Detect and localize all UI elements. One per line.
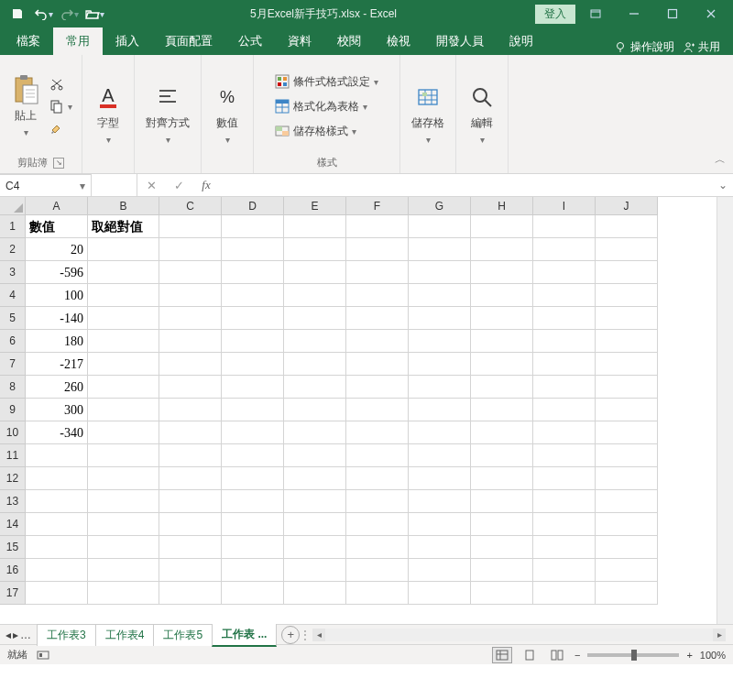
insert-function-button[interactable]: fx xyxy=(192,174,220,196)
sheet-tab[interactable]: 工作表5 xyxy=(153,624,213,646)
horizontal-scrollbar[interactable]: ◂▸ xyxy=(312,629,726,641)
row-header[interactable]: 16 xyxy=(0,559,26,582)
tab-developer[interactable]: 開發人員 xyxy=(423,27,497,55)
cell[interactable]: -217 xyxy=(26,353,88,376)
cells[interactable]: 數值取絕對值 20 -596 100 -140 180 -217 260 300… xyxy=(26,215,717,607)
enter-formula-button[interactable]: ✓ xyxy=(165,174,192,196)
col-header-e[interactable]: E xyxy=(284,197,346,215)
sheet-tab-bar: ◂▸… 工作表3 工作表4 工作表5 工作表 ... + ⋮ ◂▸ xyxy=(0,624,733,644)
row-header[interactable]: 1 xyxy=(0,215,26,238)
save-button[interactable] xyxy=(5,2,29,26)
view-normal-button[interactable] xyxy=(492,647,512,663)
cell[interactable]: 100 xyxy=(26,284,88,307)
view-page-layout-button[interactable] xyxy=(520,647,540,663)
row-header[interactable]: 15 xyxy=(0,536,26,559)
paste-button[interactable]: 貼上▾ xyxy=(7,71,44,141)
collapse-ribbon-button[interactable]: ︿ xyxy=(715,152,726,168)
tell-me-button[interactable]: 操作說明 xyxy=(614,39,674,55)
share-button[interactable]: 共用 xyxy=(682,39,720,55)
editing-button[interactable]: 編輯▾ xyxy=(464,79,500,148)
col-header-j[interactable]: J xyxy=(596,197,658,215)
col-header-b[interactable]: B xyxy=(88,197,159,215)
sheet-nav[interactable]: ◂▸… xyxy=(0,629,37,641)
tab-insert[interactable]: 插入 xyxy=(103,27,152,55)
tab-data[interactable]: 資料 xyxy=(275,27,324,55)
cut-button[interactable] xyxy=(48,75,74,93)
tab-help[interactable]: 說明 xyxy=(497,27,546,55)
col-header-f[interactable]: F xyxy=(346,197,409,215)
sheet-tab[interactable]: 工作表4 xyxy=(95,624,155,646)
zoom-level[interactable]: 100% xyxy=(700,650,726,661)
row-header[interactable]: 9 xyxy=(0,399,26,421)
format-as-table-button[interactable]: 格式化為表格▾ xyxy=(273,97,369,116)
zoom-slider[interactable] xyxy=(587,653,679,657)
col-header-c[interactable]: C xyxy=(159,197,222,215)
sheet-tab[interactable]: 工作表3 xyxy=(37,624,96,646)
format-painter-button[interactable] xyxy=(48,119,74,137)
col-header-g[interactable]: G xyxy=(409,197,471,215)
col-header-d[interactable]: D xyxy=(222,197,284,215)
minimize-button[interactable] xyxy=(616,2,652,26)
row-header[interactable]: 10 xyxy=(0,421,26,444)
title-controls: 登入 xyxy=(535,2,733,26)
cell[interactable]: 取絕對值 xyxy=(88,215,159,238)
new-sheet-button[interactable]: + xyxy=(281,626,300,644)
row-header[interactable]: 2 xyxy=(0,238,26,261)
row-header[interactable]: 13 xyxy=(0,490,26,513)
close-button[interactable] xyxy=(693,2,729,26)
row-header[interactable]: 5 xyxy=(0,307,26,330)
copy-button[interactable]: ▾ xyxy=(48,97,74,115)
cell-styles-button[interactable]: 儲存格樣式▾ xyxy=(273,122,358,141)
row-header[interactable]: 17 xyxy=(0,582,26,605)
vertical-scrollbar[interactable] xyxy=(717,197,733,624)
ribbon-options-button[interactable] xyxy=(577,2,614,26)
sheet-tab-active[interactable]: 工作表 ... xyxy=(212,623,277,647)
cell[interactable]: -140 xyxy=(26,307,88,330)
view-page-break-button[interactable] xyxy=(547,647,567,663)
font-button[interactable]: A 字型▾ xyxy=(90,79,126,148)
cell[interactable]: 180 xyxy=(26,330,88,353)
zoom-out-button[interactable]: − xyxy=(574,650,580,661)
tab-page-layout[interactable]: 頁面配置 xyxy=(152,27,225,55)
row-header[interactable]: 3 xyxy=(0,261,26,284)
tab-formulas[interactable]: 公式 xyxy=(225,27,275,55)
name-box[interactable]: C4▾ xyxy=(0,174,92,196)
tab-home[interactable]: 常用 xyxy=(53,27,103,55)
row-header[interactable]: 11 xyxy=(0,444,26,467)
macro-record-icon[interactable] xyxy=(37,650,49,661)
cell[interactable]: -596 xyxy=(26,261,88,284)
tab-review[interactable]: 校閱 xyxy=(324,27,374,55)
cell[interactable]: 300 xyxy=(26,399,88,421)
open-button[interactable]: ▾ xyxy=(82,2,106,26)
redo-button[interactable]: ▾ xyxy=(57,2,81,26)
select-all-button[interactable] xyxy=(0,197,26,215)
row-header[interactable]: 8 xyxy=(0,376,26,399)
formula-input[interactable] xyxy=(220,174,713,196)
svg-text:%: % xyxy=(220,88,235,106)
alignment-button[interactable]: 對齊方式▾ xyxy=(142,79,193,148)
cells-button[interactable]: 儲存格▾ xyxy=(408,79,448,148)
col-header-a[interactable]: A xyxy=(26,197,88,215)
row-header[interactable]: 12 xyxy=(0,467,26,490)
conditional-formatting-button[interactable]: 條件式格式設定▾ xyxy=(273,72,380,92)
cell[interactable]: 數值 xyxy=(26,215,88,238)
number-button[interactable]: % 數值▾ xyxy=(209,79,246,148)
expand-formula-bar-button[interactable]: ⌄ xyxy=(713,174,733,196)
undo-button[interactable]: ▾ xyxy=(31,2,55,26)
cell[interactable]: -340 xyxy=(26,421,88,444)
row-header[interactable]: 14 xyxy=(0,513,26,536)
row-header[interactable]: 4 xyxy=(0,284,26,307)
login-button[interactable]: 登入 xyxy=(535,5,575,24)
row-header[interactable]: 6 xyxy=(0,330,26,353)
clipboard-dialog-launcher[interactable]: ↘ xyxy=(53,158,64,169)
tab-view[interactable]: 檢視 xyxy=(374,27,423,55)
tab-file[interactable]: 檔案 xyxy=(4,27,53,55)
zoom-in-button[interactable]: + xyxy=(686,650,692,661)
col-header-h[interactable]: H xyxy=(471,197,533,215)
cancel-formula-button[interactable]: ✕ xyxy=(137,174,165,196)
cell[interactable]: 260 xyxy=(26,376,88,399)
row-header[interactable]: 7 xyxy=(0,353,26,376)
maximize-button[interactable] xyxy=(654,2,691,26)
col-header-i[interactable]: I xyxy=(533,197,596,215)
cell[interactable]: 20 xyxy=(26,238,88,261)
